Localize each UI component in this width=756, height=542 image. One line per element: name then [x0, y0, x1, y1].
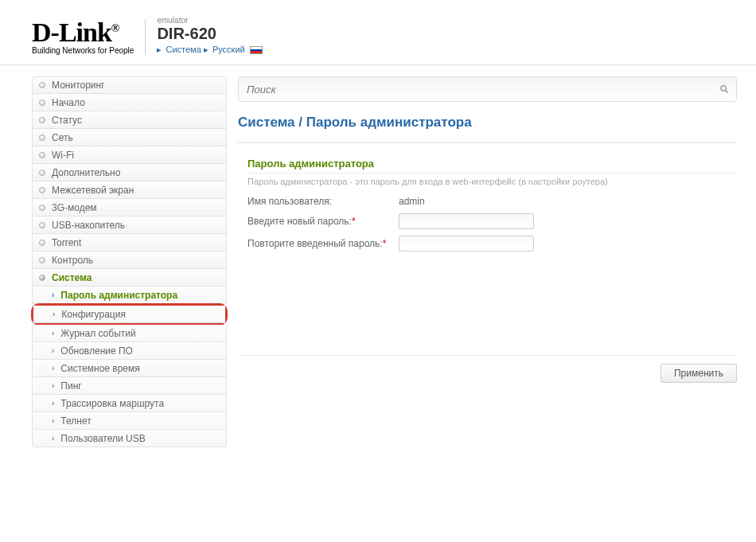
- chevron-right-icon: ›: [52, 290, 54, 299]
- repeat-label: Повторите введенный пароль:*: [247, 238, 399, 249]
- action-bar: Применить: [238, 355, 737, 383]
- nav-start[interactable]: Начало: [32, 94, 227, 111]
- header: D-Link® Building Networks for People emu…: [0, 0, 756, 65]
- main-content: ⚲ Система / Пароль администратора Пароль…: [238, 76, 756, 447]
- nav-control[interactable]: Контроль: [32, 252, 227, 269]
- bullet-icon: [39, 275, 45, 281]
- bullet-icon: [39, 117, 45, 123]
- logo-block: D-Link® Building Networks for People: [32, 19, 146, 55]
- sub-telnet[interactable]: ›Телнет: [32, 412, 227, 430]
- sub-firmware[interactable]: ›Обновление ПО: [32, 342, 227, 360]
- sub-traceroute[interactable]: ›Трассировка маршрута: [32, 395, 227, 412]
- sidebar: Мониторинг Начало Статус Сеть Wi-Fi Допо…: [32, 76, 227, 447]
- nav-network[interactable]: Сеть: [32, 129, 227, 146]
- bullet-icon: [39, 257, 45, 263]
- nav-torrent[interactable]: Torrent: [32, 234, 227, 252]
- sub-admin-password[interactable]: ›Пароль администратора: [32, 287, 227, 304]
- chevron-right-icon: ›: [52, 416, 54, 425]
- repeat-password-input[interactable]: [399, 236, 534, 252]
- search-input[interactable]: [247, 84, 728, 96]
- flag-ru-icon: [250, 46, 263, 54]
- chevron-right-icon: ›: [52, 399, 54, 407]
- bullet-icon: [39, 240, 45, 246]
- chevron-right-icon: ▸: [204, 45, 208, 54]
- bullet-icon: [39, 170, 45, 176]
- section-title: Пароль администратора: [247, 158, 737, 174]
- nav-status[interactable]: Статус: [32, 111, 227, 129]
- username-label: Имя пользователя:: [247, 196, 399, 207]
- nav-advanced[interactable]: Дополнительно: [32, 164, 227, 181]
- chevron-right-icon: ›: [52, 434, 54, 443]
- emulator-label: emulator: [157, 16, 262, 25]
- breadcrumb-item[interactable]: Система: [166, 45, 201, 54]
- model-block: emulator DIR-620 ▸ Система ▸ Русский: [157, 16, 262, 55]
- chevron-right-icon: ›: [52, 329, 54, 337]
- nav-usb[interactable]: USB-накопитель: [32, 216, 227, 234]
- sub-ping[interactable]: ›Пинг: [32, 377, 227, 395]
- breadcrumb-language[interactable]: Русский: [212, 45, 245, 54]
- breadcrumb: ▸ Система ▸ Русский: [157, 45, 262, 55]
- sub-systime[interactable]: ›Системное время: [32, 360, 227, 377]
- form-row-newpass: Введите новый пароль:*: [247, 213, 737, 229]
- section-description: Пароль администратора - это пароль для в…: [247, 177, 737, 186]
- bullet-icon: [39, 135, 45, 141]
- model-name: DIR-620: [157, 25, 262, 43]
- chevron-right-icon: ›: [52, 364, 54, 372]
- nav-wifi[interactable]: Wi-Fi: [32, 146, 227, 164]
- newpass-label: Введите новый пароль:*: [247, 216, 399, 227]
- search-box[interactable]: ⚲: [238, 76, 737, 102]
- brand-tagline: Building Networks for People: [32, 46, 134, 55]
- chevron-right-icon: ›: [53, 310, 55, 318]
- nav-firewall[interactable]: Межсетевой экран: [32, 181, 227, 199]
- nav-monitoring[interactable]: Мониторинг: [32, 76, 227, 94]
- username-value: admin: [399, 196, 425, 207]
- sub-usb-users[interactable]: ›Пользователи USB: [32, 430, 227, 447]
- chevron-right-icon: ▸: [157, 45, 162, 54]
- bullet-icon: [39, 205, 45, 211]
- bullet-icon: [39, 152, 45, 158]
- new-password-input[interactable]: [399, 213, 534, 229]
- form-row-repeat: Повторите введенный пароль:*: [247, 236, 737, 252]
- chevron-right-icon: ›: [52, 381, 54, 390]
- form-row-username: Имя пользователя: admin: [247, 196, 737, 207]
- brand-logo: D-Link®: [32, 19, 134, 46]
- nav-3g[interactable]: 3G-модем: [32, 199, 227, 216]
- bullet-icon: [39, 82, 45, 88]
- sub-event-log[interactable]: ›Журнал событий: [32, 325, 227, 342]
- highlight-annotation: ›Конфигурация: [31, 303, 228, 326]
- nav-system[interactable]: Система: [32, 269, 227, 287]
- sub-configuration[interactable]: ›Конфигурация: [33, 306, 225, 323]
- bullet-icon: [39, 187, 45, 193]
- bullet-icon: [39, 222, 45, 228]
- apply-button[interactable]: Применить: [661, 364, 737, 383]
- page-title: Система / Пароль администратора: [238, 115, 737, 143]
- chevron-right-icon: ›: [52, 346, 54, 355]
- bullet-icon: [39, 99, 45, 106]
